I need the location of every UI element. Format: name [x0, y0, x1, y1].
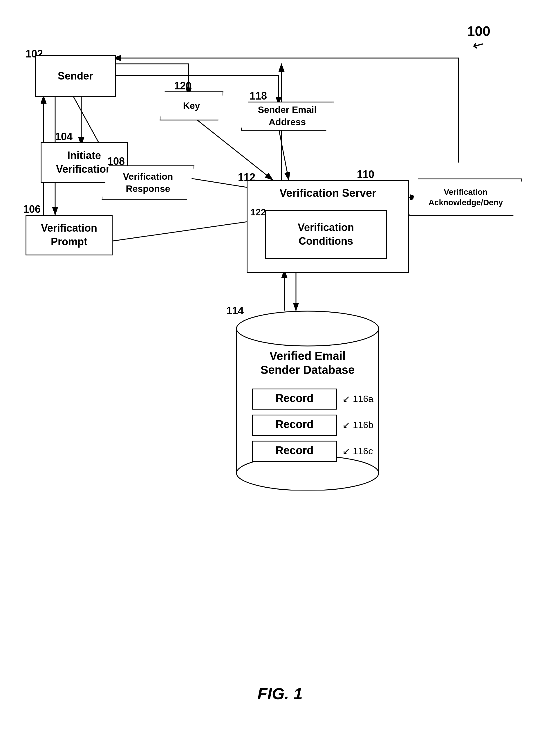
svg-text:↙ 116b: ↙ 116b — [342, 420, 373, 430]
num-120: 120 — [174, 80, 192, 92]
sender-box: Sender — [35, 55, 116, 97]
key-label: Key — [177, 100, 206, 112]
verification-conditions-box: Verification Conditions — [265, 210, 387, 259]
verification-response-label: Verification Response — [117, 171, 179, 195]
svg-point-15 — [236, 311, 379, 346]
key-box: Key — [160, 91, 223, 120]
num-106: 106 — [23, 203, 41, 215]
svg-text:↙ 116a: ↙ 116a — [342, 394, 373, 404]
verification-ack-label: Verification Acknowledge/Deny — [423, 187, 509, 208]
database-svg: Verified Email Sender Database Record ↙ … — [235, 310, 380, 491]
num-110: 110 — [357, 168, 374, 180]
svg-line-10 — [279, 128, 289, 180]
verification-server-box: Verification Server 122 Verification Con… — [247, 180, 409, 273]
verification-ack-box: Verification Acknowledge/Deny — [409, 178, 522, 216]
svg-text:Record: Record — [276, 418, 314, 431]
svg-text:↙ 116c: ↙ 116c — [342, 446, 373, 456]
verification-server-label: Verification Server — [248, 186, 408, 200]
verification-prompt-label: Verification Prompt — [41, 221, 97, 249]
num-104: 104 — [55, 131, 73, 143]
diagram-container: 100 ↙ 102 Sender 104 Initiate Verificati… — [17, 17, 543, 714]
fig-caption: FIG. 1 — [257, 684, 303, 703]
sender-label: Sender — [58, 69, 93, 83]
num-118: 118 — [250, 90, 267, 102]
svg-line-7 — [113, 220, 255, 241]
sender-email-box: Sender Email Address — [241, 102, 334, 131]
verification-response-box: Verification Response — [102, 165, 194, 200]
sender-email-label: Sender Email Address — [252, 104, 323, 128]
svg-text:Record: Record — [276, 392, 314, 404]
verification-prompt-box: Verification Prompt — [26, 215, 113, 255]
svg-text:Sender Database: Sender Database — [261, 363, 355, 376]
svg-text:Verified Email: Verified Email — [270, 349, 346, 362]
svg-text:Record: Record — [276, 444, 314, 457]
initiate-verification-label: Initiate Verification — [56, 149, 112, 176]
verification-conditions-label: Verification Conditions — [298, 221, 354, 248]
num-122: 122 — [250, 207, 266, 218]
